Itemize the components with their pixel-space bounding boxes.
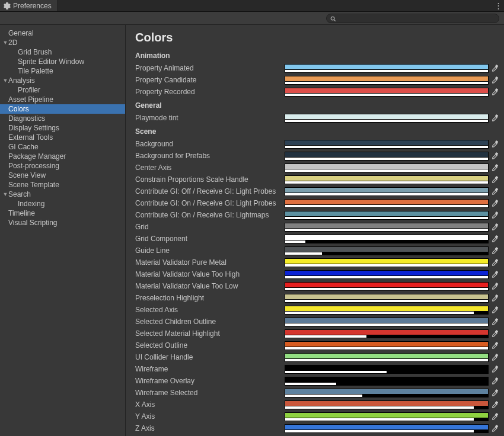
color-swatch[interactable] xyxy=(285,175,489,184)
chevron-down-icon[interactable]: ▼ xyxy=(2,191,8,197)
window-tab[interactable]: Preferences xyxy=(0,0,58,11)
color-swatch[interactable] xyxy=(285,76,489,85)
color-swatch[interactable] xyxy=(285,270,489,279)
eyedropper-icon[interactable] xyxy=(491,400,499,409)
eyedropper-icon[interactable] xyxy=(491,306,499,314)
alpha-bar xyxy=(285,264,488,267)
sidebar-item[interactable]: Display Settings xyxy=(0,123,125,133)
eyedropper-icon[interactable] xyxy=(491,152,499,160)
sidebar-item[interactable]: GI Cache xyxy=(0,142,125,152)
window-menu-button[interactable]: ⋮ xyxy=(492,0,504,11)
sidebar-item[interactable]: Asset Pipeline xyxy=(0,95,125,104)
search-field[interactable] xyxy=(326,14,499,23)
color-swatch[interactable] xyxy=(285,389,489,397)
color-swatch[interactable] xyxy=(285,88,489,97)
sidebar-item[interactable]: Scene View xyxy=(0,171,125,180)
eyedropper-icon[interactable] xyxy=(491,353,499,361)
sidebar-item[interactable]: Package Manager xyxy=(0,152,125,161)
color-swatch[interactable] xyxy=(285,258,489,267)
swatch-wrap xyxy=(285,400,499,409)
color-swatch[interactable] xyxy=(285,353,489,362)
eyedropper-icon[interactable] xyxy=(491,389,499,397)
chevron-down-icon[interactable]: ▼ xyxy=(2,40,8,46)
sidebar-item[interactable]: Visual Scripting xyxy=(0,218,125,227)
sidebar-item[interactable]: Sprite Editor Window xyxy=(0,57,125,66)
color-swatch[interactable] xyxy=(285,199,489,208)
color-swatch[interactable] xyxy=(285,211,489,220)
eyedropper-icon[interactable] xyxy=(491,270,499,278)
color-swatch[interactable] xyxy=(285,294,489,303)
color-fill xyxy=(285,88,488,93)
color-label: Constrain Proportions Scale Handle xyxy=(135,175,285,184)
sidebar-item[interactable]: External Tools xyxy=(0,133,125,142)
color-swatch[interactable] xyxy=(285,152,489,161)
sidebar-item-label: Diagnostics xyxy=(8,114,45,123)
eyedropper-icon[interactable] xyxy=(491,88,499,96)
sidebar-item[interactable]: General xyxy=(0,28,125,38)
sidebar-item[interactable]: Profiler xyxy=(0,85,125,95)
sidebar-item[interactable]: Indexing xyxy=(0,199,125,209)
color-fill xyxy=(285,65,488,69)
color-swatch[interactable] xyxy=(285,329,489,338)
search-input[interactable] xyxy=(336,15,495,22)
eyedropper-icon[interactable] xyxy=(491,211,499,219)
color-swatch[interactable] xyxy=(285,341,489,350)
eyedropper-icon[interactable] xyxy=(491,318,499,326)
eyedropper-icon[interactable] xyxy=(491,424,499,432)
color-row: Background xyxy=(135,138,499,150)
alpha-bar xyxy=(285,418,474,421)
eyedropper-icon[interactable] xyxy=(491,114,499,122)
color-swatch[interactable] xyxy=(285,140,489,149)
eyedropper-icon[interactable] xyxy=(491,294,499,302)
color-swatch[interactable] xyxy=(285,235,489,243)
sidebar-item[interactable]: ▼Search xyxy=(0,190,125,199)
eyedropper-icon[interactable] xyxy=(491,164,499,172)
color-swatch[interactable] xyxy=(285,365,489,374)
eyedropper-icon[interactable] xyxy=(491,235,499,243)
sidebar-item[interactable]: Timeline xyxy=(0,209,125,218)
color-swatch[interactable] xyxy=(285,377,489,386)
eyedropper-icon[interactable] xyxy=(491,341,499,350)
sidebar-item[interactable]: ▼Analysis xyxy=(0,76,125,85)
eyedropper-icon[interactable] xyxy=(491,377,499,385)
swatch-wrap xyxy=(285,235,499,243)
eyedropper-icon[interactable] xyxy=(491,329,499,338)
sidebar-item[interactable]: Tile Palette xyxy=(0,66,125,76)
eyedropper-icon[interactable] xyxy=(491,258,499,267)
eyedropper-icon[interactable] xyxy=(491,140,499,148)
sidebar-item[interactable]: Grid Brush xyxy=(0,47,125,57)
color-swatch[interactable] xyxy=(285,114,489,123)
color-swatch[interactable] xyxy=(285,246,489,255)
eyedropper-icon[interactable] xyxy=(491,76,499,84)
color-swatch[interactable] xyxy=(285,306,489,315)
color-swatch[interactable] xyxy=(285,282,489,291)
eyedropper-icon[interactable] xyxy=(491,246,499,255)
color-swatch[interactable] xyxy=(285,164,489,172)
eyedropper-icon[interactable] xyxy=(491,64,499,72)
color-swatch[interactable] xyxy=(285,412,489,421)
color-swatch[interactable] xyxy=(285,318,489,326)
color-swatch[interactable] xyxy=(285,400,489,409)
sidebar-item[interactable]: Post-processing xyxy=(0,161,125,171)
eyedropper-icon[interactable] xyxy=(491,412,499,421)
chevron-down-icon[interactable]: ▼ xyxy=(2,78,8,84)
sidebar-item[interactable]: Scene Template xyxy=(0,180,125,190)
swatch-wrap xyxy=(285,306,499,315)
eyedropper-icon[interactable] xyxy=(491,282,499,290)
eyedropper-icon[interactable] xyxy=(491,199,499,207)
eyedropper-icon[interactable] xyxy=(491,223,499,231)
color-row: Selected Outline xyxy=(135,339,499,351)
color-swatch[interactable] xyxy=(285,187,489,196)
color-swatch[interactable] xyxy=(285,64,489,73)
eyedropper-icon[interactable] xyxy=(491,187,499,195)
color-swatch[interactable] xyxy=(285,424,489,433)
color-swatch[interactable] xyxy=(285,223,489,232)
sidebar-item[interactable]: Diagnostics xyxy=(0,114,125,123)
alpha-bar xyxy=(285,312,474,314)
sidebar-item[interactable]: Colors xyxy=(0,104,125,114)
eyedropper-icon[interactable] xyxy=(491,175,499,184)
color-label: Property Animated xyxy=(135,64,285,72)
eyedropper-icon[interactable] xyxy=(491,365,499,373)
sidebar-item[interactable]: ▼2D xyxy=(0,38,125,47)
sidebar-item-label: General xyxy=(8,29,34,37)
